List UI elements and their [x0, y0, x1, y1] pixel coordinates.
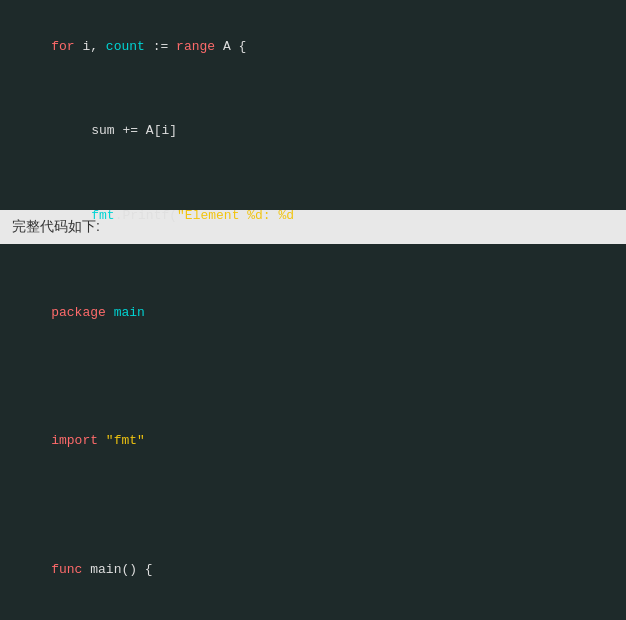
import-line: import "fmt" — [20, 410, 606, 472]
for-line-1: for i, count := range A { — [20, 16, 606, 78]
package-line: package main — [20, 282, 606, 344]
divider-text: 完整代码如下: — [12, 218, 100, 234]
func-line: func main() { — [20, 539, 606, 601]
sum-line: sum += A[i] — [20, 100, 606, 162]
top-code-block: for i, count := range A { sum += A[i] fm… — [0, 0, 626, 210]
bottom-code-block: package main import "fmt" func main() { … — [0, 244, 626, 620]
